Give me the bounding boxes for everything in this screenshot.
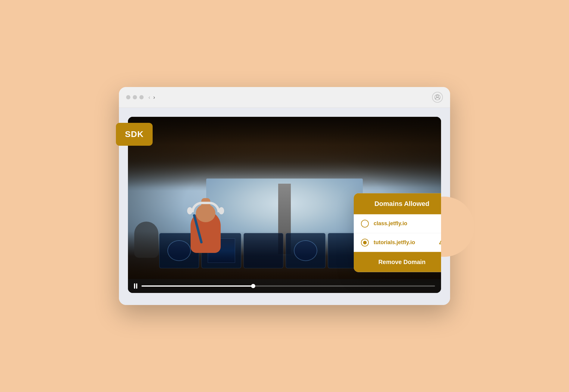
remove-domain-button[interactable]: Remove Domain: [354, 252, 441, 272]
domain-name-2: tutorials.jetfly.io: [374, 239, 415, 246]
pause-bar-2: [136, 283, 137, 289]
toolbar-left: ‹ ›: [126, 94, 155, 101]
dot-1[interactable]: [126, 95, 130, 99]
copilot-figure: [134, 222, 158, 258]
domains-popup: Domains Allowed class.jetfly.io tutorial…: [354, 193, 441, 272]
domain-radio-1[interactable]: [361, 219, 369, 227]
profile-button[interactable]: [432, 92, 443, 103]
svg-marker-2: [440, 239, 441, 244]
forward-button[interactable]: ›: [153, 94, 155, 101]
pause-button[interactable]: [134, 283, 137, 289]
headset-pad-right: [219, 207, 224, 214]
headset-pad-left: [187, 207, 193, 214]
browser-toolbar: ‹ ›: [119, 87, 450, 108]
pilot-figure: [191, 211, 221, 254]
progress-thumb[interactable]: [251, 284, 255, 288]
domain-item-2[interactable]: tutorials.jetfly.io: [354, 233, 441, 252]
dot-2[interactable]: [133, 95, 137, 99]
pause-bar-1: [134, 283, 135, 289]
instrument-4: [286, 233, 325, 268]
sdk-badge: SDK: [116, 123, 153, 146]
progress-fill: [141, 285, 253, 287]
delete-icon[interactable]: [439, 238, 441, 247]
window-controls: [126, 95, 144, 99]
instrument-3: [244, 233, 283, 268]
pilot-head: [196, 204, 216, 222]
dot-3[interactable]: [139, 95, 144, 99]
browser-nav: ‹ ›: [148, 94, 155, 101]
domain-radio-2[interactable]: [361, 238, 369, 246]
domains-header-text: Domains Allowed: [375, 200, 430, 207]
video-controls: [128, 279, 441, 293]
domain-item-1[interactable]: class.jetfly.io: [354, 214, 441, 233]
domains-header: Domains Allowed: [354, 193, 441, 214]
back-button[interactable]: ‹: [148, 94, 150, 101]
video-player: Domains Allowed class.jetfly.io tutorial…: [128, 117, 441, 293]
browser-window: ‹ › SDK: [119, 87, 450, 305]
domain-name-1: class.jetfly.io: [374, 220, 407, 227]
progress-bar[interactable]: [141, 285, 435, 287]
sdk-label: SDK: [125, 129, 144, 139]
browser-content: SDK: [119, 108, 450, 305]
svg-point-0: [436, 95, 438, 97]
